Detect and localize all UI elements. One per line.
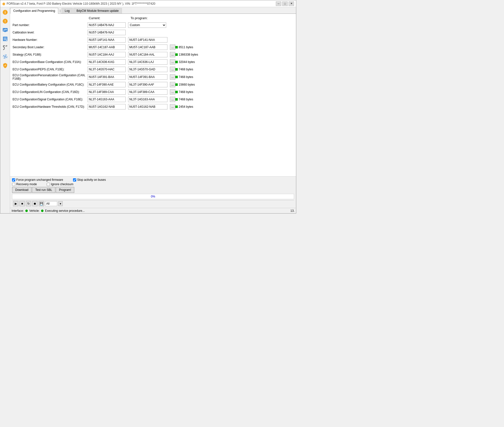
indicator-signal <box>175 98 178 101</box>
force-program-checkbox-label[interactable]: Force program unchanged firmware <box>12 178 63 182</box>
indicator-sbl <box>175 46 178 48</box>
current-hardware[interactable] <box>88 37 126 43</box>
tab-log[interactable]: Log <box>61 8 73 14</box>
row-label-hardware: Hardware Number: <box>13 38 88 42</box>
minimize-button[interactable]: ─ <box>276 1 281 6</box>
tab-bdycm[interactable]: BdyCM Module firmware update <box>73 8 122 14</box>
action-buttons: Download Test run SBL Program! <box>12 187 294 193</box>
dots-thresholds-button[interactable]: ... <box>170 104 175 109</box>
edit-icon <box>2 36 8 42</box>
toprogram-peps[interactable] <box>128 67 167 72</box>
current-strategy[interactable] <box>88 52 126 57</box>
svg-text:✓: ✓ <box>4 64 6 67</box>
force-program-checkbox[interactable] <box>12 178 15 182</box>
header-current: Current: <box>89 16 128 20</box>
test-run-sbl-button[interactable]: Test run SBL <box>32 187 55 193</box>
toprogram-thresholds[interactable] <box>128 104 167 109</box>
play-button[interactable]: ▶ <box>13 201 18 206</box>
table-row: Part number: Custom <box>13 21 294 29</box>
current-battery[interactable] <box>88 82 126 87</box>
progress-value: 0% <box>151 195 155 198</box>
row-label-sbl: Secondary Boot Loader: <box>13 46 88 49</box>
save-button[interactable]: 💾 <box>39 201 44 206</box>
dots-personalization-button[interactable]: ... <box>170 74 175 80</box>
filter-arrow[interactable]: ▼ <box>58 201 63 206</box>
sidebar-item-edit[interactable] <box>1 35 9 43</box>
sidebar-item-dtc[interactable]: ! <box>1 17 9 25</box>
app-icon: ◉ <box>2 2 5 6</box>
table-row: ECU Configuration/Base Configuration (CA… <box>13 58 294 66</box>
table-row: ECU Configuration/Battery Configuration … <box>13 81 294 88</box>
toprogram-battery[interactable] <box>128 82 167 87</box>
row-label-strategy: Strategy (CAN, F188): <box>13 53 88 56</box>
toprogram-base-config[interactable] <box>128 59 167 65</box>
stop-button[interactable]: ■ <box>19 201 25 206</box>
current-lin[interactable] <box>88 89 126 95</box>
indicator-personalization <box>175 76 178 78</box>
program-button[interactable]: Program! <box>56 187 74 193</box>
stop-activity-label: Stop activity on buses <box>77 178 106 182</box>
dots-strategy-button[interactable]: ... <box>170 52 175 57</box>
current-sbl[interactable] <box>88 45 126 50</box>
download-button[interactable]: Download <box>12 187 31 193</box>
toprogram-personalization[interactable] <box>128 74 167 80</box>
ignore-checksum-checkbox[interactable] <box>47 183 50 186</box>
row-label-base-config: ECU Configuration/Base Configuration (CA… <box>13 60 88 64</box>
recovery-mode-checkbox-label[interactable]: Recovery mode <box>12 183 37 186</box>
row-label-thresholds: ECU Configuration/Hardware Thresholds (C… <box>13 105 88 108</box>
status-bar: Interface: Vehicle: Executing service pr… <box>10 208 296 213</box>
bytes-thresholds: 2454 bytes <box>179 105 193 108</box>
dots-sbl-button[interactable]: ... <box>170 45 175 50</box>
svg-rect-5 <box>4 31 6 32</box>
row-label-personalization: ECU Configuration/Personalization Config… <box>13 74 88 80</box>
toprogram-lin[interactable] <box>128 89 167 95</box>
firmware-table: Part number: Custom Calibration level: <box>13 21 294 110</box>
toprogram-signal[interactable] <box>128 97 167 102</box>
bytes-base-config: 32044 bytes <box>179 60 195 64</box>
row-label-lin: ECU Configuration/LIN Configuration (CAN… <box>13 90 88 94</box>
filter-input[interactable] <box>45 201 57 206</box>
bytes-strategy: 1366338 bytes <box>179 53 198 56</box>
column-headers: Current: To program: <box>89 16 294 20</box>
indicator-peps <box>175 68 178 71</box>
refresh-button[interactable]: ↻ <box>26 201 31 206</box>
vehicle-indicator <box>41 210 44 212</box>
current-signal[interactable] <box>88 97 126 102</box>
sidebar-item-monitor[interactable] <box>1 26 9 34</box>
toprogram-hardware[interactable] <box>128 37 167 43</box>
record-button[interactable]: ⏺ <box>32 201 38 206</box>
current-peps[interactable] <box>88 67 126 72</box>
toprogram-sbl[interactable] <box>128 45 167 50</box>
maximize-button[interactable]: □ <box>282 1 288 6</box>
toprogram-partnumber-select[interactable]: Custom <box>128 22 166 28</box>
current-personalization[interactable] <box>88 74 126 80</box>
recovery-mode-label: Recovery mode <box>16 183 37 186</box>
close-button[interactable]: ✕ <box>289 1 294 6</box>
stop-activity-checkbox-label[interactable]: Stop activity on buses <box>73 178 106 182</box>
stop-activity-checkbox[interactable] <box>73 178 76 182</box>
ignore-checksum-checkbox-label[interactable]: Ignore checksum <box>47 183 73 186</box>
recovery-mode-checkbox[interactable] <box>12 183 15 186</box>
bytes-battery: 15660 bytes <box>179 83 195 86</box>
current-partnumber[interactable] <box>88 22 126 28</box>
current-calibration[interactable] <box>88 30 126 35</box>
current-base-config[interactable] <box>88 59 126 65</box>
bytes-sbl: 8511 bytes <box>179 46 193 49</box>
dots-lin-button[interactable]: ... <box>170 89 175 95</box>
row-label-partnumber: Part number: <box>13 23 88 27</box>
tab-config[interactable]: Configuration and Programming <box>10 8 58 14</box>
current-thresholds[interactable] <box>88 104 126 109</box>
row-label-battery: ECU Configuration/Battery Configuration … <box>13 83 88 86</box>
row-label-peps: ECU Configuration/PEPS (CAN, F10E): <box>13 68 88 71</box>
sidebar-item-security[interactable]: ✓ <box>1 61 9 70</box>
svg-text:i: i <box>5 10 6 14</box>
sidebar-item-info[interactable]: i <box>1 8 9 16</box>
dots-peps-button[interactable]: ... <box>170 67 175 72</box>
sidebar-item-settings[interactable] <box>1 52 9 61</box>
dots-signal-button[interactable]: ... <box>170 97 175 102</box>
dots-battery-button[interactable]: ... <box>170 82 175 87</box>
sidebar: i ! <box>0 7 10 213</box>
sidebar-item-tools[interactable] <box>1 44 9 52</box>
toprogram-strategy[interactable] <box>128 52 167 57</box>
dots-base-config-button[interactable]: ... <box>170 59 175 65</box>
